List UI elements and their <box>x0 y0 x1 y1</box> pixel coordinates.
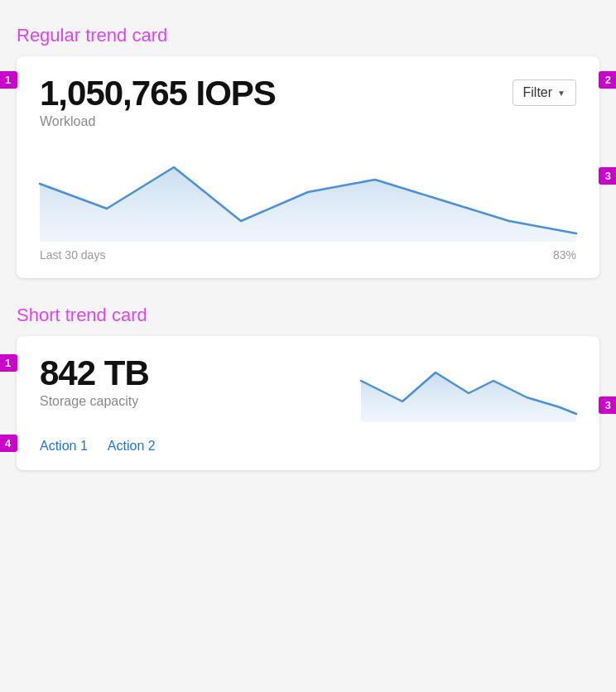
short-metric-value: 842 TB <box>40 356 149 391</box>
badge-3-short: 3 <box>599 396 616 414</box>
filter-label: Filter <box>523 85 553 100</box>
regular-card-footer: Last 30 days 83% <box>40 248 576 262</box>
badge-1-regular: 1 <box>0 71 17 89</box>
badge-3-regular: 3 <box>599 167 616 185</box>
short-section-label: Short trend card <box>17 305 599 326</box>
filter-button[interactable]: Filter ▼ <box>513 79 576 106</box>
badge-2-regular: 2 <box>599 71 616 89</box>
regular-metric-label: Workload <box>40 114 276 129</box>
regular-metric-value: 1,050,765 IOPS <box>40 76 276 111</box>
regular-trend-card: 1 2 3 1,050,765 IOPS Workload Filter ▼ <box>17 56 599 278</box>
short-metric-label: Storage capacity <box>40 394 149 409</box>
regular-chart <box>40 142 576 242</box>
filter-chevron-icon: ▼ <box>557 89 565 98</box>
action-2-link[interactable]: Action 2 <box>108 439 156 454</box>
footer-right: 83% <box>553 248 576 262</box>
svg-marker-0 <box>40 167 576 242</box>
short-trend-card: 1 3 4 842 TB Storage capacity <box>17 336 599 470</box>
actions-row: Action 1 Action 2 <box>40 439 576 454</box>
badge-1-short: 1 <box>0 354 17 372</box>
short-chart <box>361 356 576 422</box>
badge-4-short: 4 <box>0 435 17 452</box>
footer-left: Last 30 days <box>40 248 105 262</box>
regular-section-label: Regular trend card <box>17 25 599 46</box>
action-1-link[interactable]: Action 1 <box>40 439 88 454</box>
